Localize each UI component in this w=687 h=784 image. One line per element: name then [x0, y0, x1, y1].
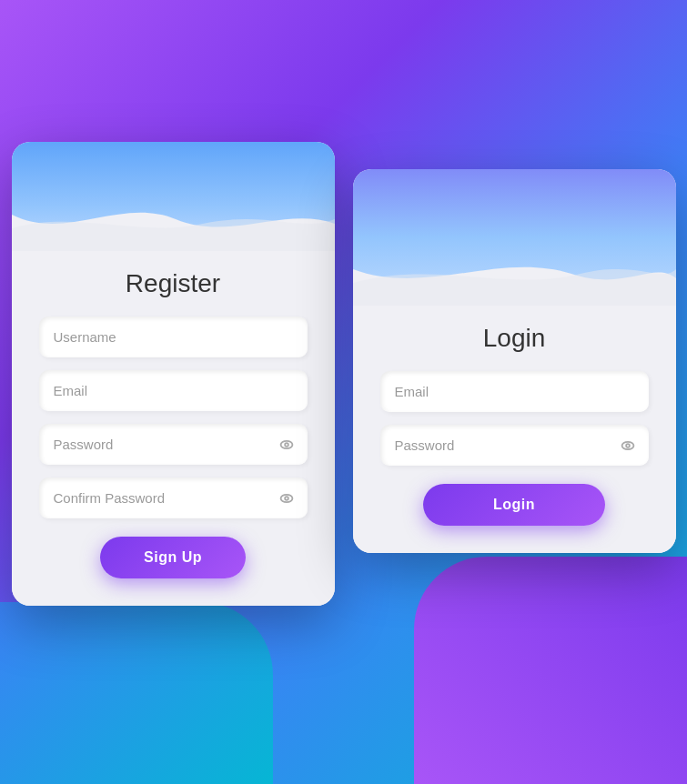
login-button[interactable]: Login: [423, 484, 605, 526]
svg-point-5: [626, 444, 630, 447]
register-email-group: [39, 370, 308, 411]
signup-button[interactable]: Sign Up: [100, 537, 246, 578]
svg-point-4: [621, 441, 633, 448]
login-password-group: [380, 425, 649, 466]
register-card-body: Register: [12, 251, 335, 606]
register-password-eye-icon[interactable]: [277, 435, 297, 455]
register-email-input[interactable]: [39, 370, 308, 411]
register-card-header: [12, 142, 335, 251]
login-email-input[interactable]: [380, 371, 649, 412]
svg-point-2: [280, 494, 292, 501]
register-card: Register: [12, 142, 335, 606]
cards-wrapper: Register: [12, 142, 676, 606]
login-email-group: [380, 371, 649, 412]
svg-point-0: [280, 440, 292, 447]
login-card: Login Login: [353, 169, 676, 553]
login-card-header: [353, 169, 676, 306]
svg-point-1: [285, 443, 288, 447]
register-password-group: [39, 424, 308, 465]
register-title: Register: [39, 269, 308, 298]
register-password-input[interactable]: [39, 424, 308, 465]
username-input[interactable]: [39, 317, 308, 357]
confirm-password-group: [39, 477, 308, 518]
register-wave: [12, 196, 335, 251]
login-title: Login: [380, 324, 649, 353]
login-wave: [353, 242, 676, 306]
confirm-password-eye-icon[interactable]: [277, 488, 297, 508]
svg-point-3: [285, 497, 288, 500]
login-password-eye-icon[interactable]: [618, 436, 638, 456]
login-card-body: Login Login: [353, 306, 676, 553]
username-group: [39, 317, 308, 357]
login-password-input[interactable]: [380, 425, 649, 466]
confirm-password-input[interactable]: [39, 477, 308, 518]
